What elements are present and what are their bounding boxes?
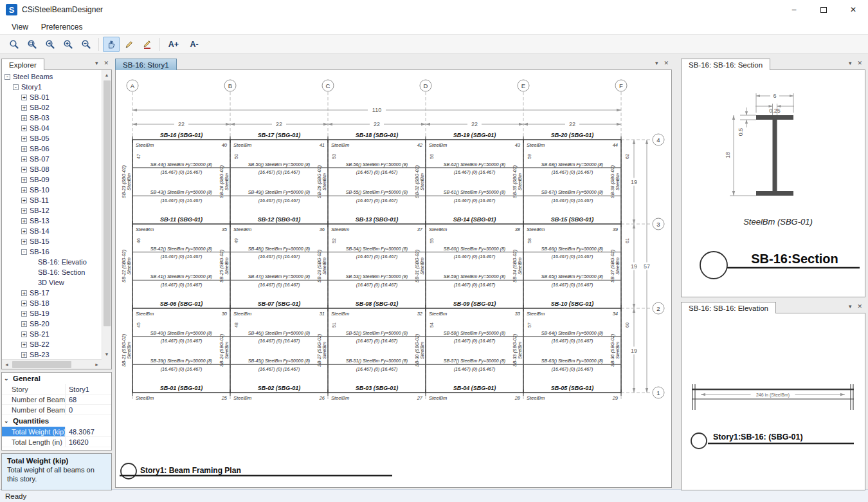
scroll-down-icon[interactable]: ▼ (102, 349, 112, 359)
tree-item-sb-15[interactable]: +SB-15 (2, 236, 102, 246)
tree-item-sb-11[interactable]: +SB-11 (2, 195, 102, 205)
tree-item-sb-16-section[interactable]: SB-16: Section (2, 267, 102, 277)
tree-vertical-scrollbar[interactable]: ▲ ▼ (102, 70, 111, 359)
tree-item-sb-16-elevatio[interactable]: SB-16: Elevatio (2, 257, 102, 267)
section-close-icon[interactable]: ✕ (857, 60, 862, 66)
tree-item-sb-03[interactable]: +SB-03 (2, 113, 102, 123)
scroll-left-icon[interactable]: ◄ (2, 360, 12, 369)
expand-icon[interactable]: + (21, 115, 27, 121)
minimize-button[interactable]: – (779, 0, 809, 19)
draw-tool-button[interactable] (121, 37, 138, 52)
collapse-icon[interactable]: - (13, 84, 19, 90)
font-increase-button[interactable]: A+ (164, 37, 183, 52)
tree-item-sb-14[interactable]: +SB-14 (2, 226, 102, 236)
property-row[interactable]: Number of Beams68 (2, 395, 111, 405)
expand-icon[interactable]: + (21, 126, 27, 131)
tree-item-sb-12[interactable]: +SB-12 (2, 205, 102, 216)
menu-view[interactable]: View (5, 21, 35, 33)
expand-icon[interactable]: + (21, 218, 27, 224)
explorer-menu-icon[interactable]: ▾ (95, 60, 98, 66)
tab-section-view[interactable]: SB-16: SB-16: Section (681, 59, 770, 70)
scroll-up-icon[interactable]: ▲ (102, 70, 112, 80)
expand-icon[interactable]: + (21, 146, 27, 152)
expand-icon[interactable]: + (21, 331, 27, 337)
tab-sb16-story1[interactable]: SB-16: Story1 (115, 59, 177, 70)
section-header-quantities[interactable]: ⌄Quantities (2, 415, 111, 427)
section-canvas[interactable]: 60.250.518SteelBm (SBG-01)SB-16:Section (681, 70, 865, 297)
property-row[interactable]: StoryStory1 (2, 384, 111, 395)
tree-item-sb-10[interactable]: +SB-10 (2, 185, 102, 195)
tree-item-sb-22[interactable]: +SB-22 (2, 339, 102, 349)
menu-preferences[interactable]: Preferences (35, 21, 89, 33)
svg-text:3: 3 (656, 221, 660, 228)
font-decrease-button[interactable]: A- (185, 37, 204, 52)
tree-item-sb-19[interactable]: +SB-19 (2, 308, 102, 319)
elevation-menu-icon[interactable]: ▾ (849, 304, 852, 310)
elevation-close-icon[interactable]: ✕ (857, 304, 862, 310)
tree-item-sb-13[interactable]: +SB-13 (2, 216, 102, 226)
expand-icon[interactable]: + (21, 301, 27, 306)
tree-item-sb-18[interactable]: +SB-18 (2, 298, 102, 308)
tree-item-sb-05[interactable]: +SB-05 (2, 133, 102, 144)
tab-explorer[interactable]: Explorer (1, 59, 44, 70)
expand-icon[interactable]: + (21, 156, 27, 162)
section-header-general[interactable]: ⌄General (2, 373, 111, 384)
expand-icon[interactable]: + (21, 239, 27, 245)
tree-horizontal-scrollbar[interactable]: ◄ ► (2, 359, 102, 369)
expand-icon[interactable]: + (21, 187, 27, 193)
tree-item-sb-01[interactable]: +SB-01 (2, 92, 102, 102)
pan-tool-button[interactable] (103, 37, 120, 52)
section-menu-icon[interactable]: ▾ (849, 60, 852, 66)
expand-icon[interactable]: + (21, 136, 27, 142)
property-row[interactable]: Total Length (in)16620 (2, 437, 111, 447)
tree-item-3d-view[interactable]: 3D View (2, 277, 102, 288)
expand-icon[interactable]: + (21, 352, 27, 358)
elevation-canvas[interactable]: 246 in (SteelBm)Story1:SB-16: (SBG-01) (681, 313, 865, 490)
expand-icon[interactable]: + (21, 290, 27, 296)
tree-item-sb-08[interactable]: +SB-08 (2, 164, 102, 174)
scroll-right-icon[interactable]: ► (92, 360, 102, 369)
main-menu-icon[interactable]: ▾ (655, 60, 658, 66)
expand-icon[interactable]: + (21, 208, 27, 214)
expand-icon[interactable]: + (21, 105, 27, 111)
zoom-previous-button[interactable] (42, 37, 59, 52)
tree-item-sb-17[interactable]: +SB-17 (2, 288, 102, 298)
collapse-icon[interactable]: - (5, 74, 10, 80)
vertical-scroll-thumb[interactable] (104, 80, 111, 326)
zoom-in-button[interactable] (60, 37, 77, 52)
tree-item-sb-04[interactable]: +SB-04 (2, 123, 102, 133)
zoom-window-button[interactable] (24, 37, 41, 52)
main-close-icon[interactable]: ✕ (664, 60, 669, 66)
tree-item-sb-20[interactable]: +SB-20 (2, 319, 102, 329)
zoom-extents-button[interactable] (6, 37, 23, 52)
annotate-tool-button[interactable] (139, 37, 156, 52)
tree-item-sb-23[interactable]: +SB-23 (2, 349, 102, 359)
zoom-out-button[interactable] (78, 37, 95, 52)
close-button[interactable]: ✕ (838, 0, 868, 19)
expand-icon[interactable]: + (21, 167, 27, 172)
explorer-close-icon[interactable]: ✕ (104, 60, 109, 66)
tree-item-sb-16[interactable]: -SB-16 (2, 246, 102, 257)
expand-icon[interactable]: + (21, 342, 27, 348)
tree-item-sb-02[interactable]: +SB-02 (2, 102, 102, 113)
horizontal-scroll-thumb[interactable] (12, 361, 71, 368)
expand-icon[interactable]: + (21, 311, 27, 317)
tree-item-steel-beams[interactable]: -Steel Beams (2, 71, 102, 82)
expand-icon[interactable]: + (21, 321, 27, 327)
property-row[interactable]: Total Weight (kip)48.3067 (2, 427, 111, 437)
collapse-icon[interactable]: - (21, 249, 27, 255)
tree-item-story1[interactable]: -Story1 (2, 82, 102, 92)
tab-elevation-view[interactable]: SB-16: SB-16: Elevation (681, 302, 776, 313)
expand-icon[interactable]: + (21, 95, 27, 100)
tree-item-sb-06[interactable]: +SB-06 (2, 144, 102, 154)
window-title: CSiSteelBeamDesigner (22, 5, 103, 14)
expand-icon[interactable]: + (21, 198, 27, 203)
maximize-button[interactable] (809, 0, 838, 19)
framing-plan-canvas[interactable]: ABCDEF4321110222222222219191957SB-16 (SB… (115, 70, 672, 488)
expand-icon[interactable]: + (21, 228, 27, 234)
tree-item-sb-07[interactable]: +SB-07 (2, 154, 102, 164)
tree-item-sb-21[interactable]: +SB-21 (2, 329, 102, 339)
tree-item-sb-09[interactable]: +SB-09 (2, 174, 102, 185)
expand-icon[interactable]: + (21, 177, 27, 183)
property-row[interactable]: Number of Beam Gi0 (2, 405, 111, 415)
